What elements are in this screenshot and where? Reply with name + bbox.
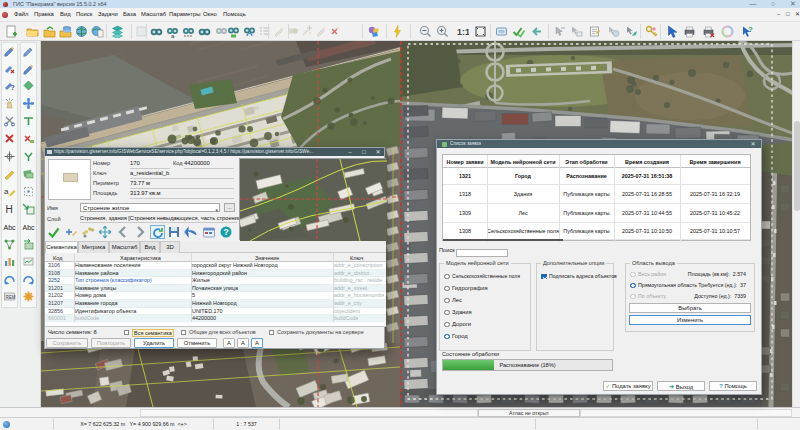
- svg-text:H: H: [6, 204, 13, 215]
- svg-text:a: a: [4, 187, 9, 196]
- svg-text:Abc: Abc: [23, 224, 36, 231]
- svg-text:?: ?: [224, 227, 229, 237]
- svg-text:REM: REM: [6, 295, 16, 300]
- svg-text:?: ?: [11, 84, 15, 91]
- svg-text:1:1: 1:1: [457, 27, 469, 37]
- svg-text:Abc: Abc: [4, 224, 17, 231]
- svg-text:?: ?: [748, 25, 753, 34]
